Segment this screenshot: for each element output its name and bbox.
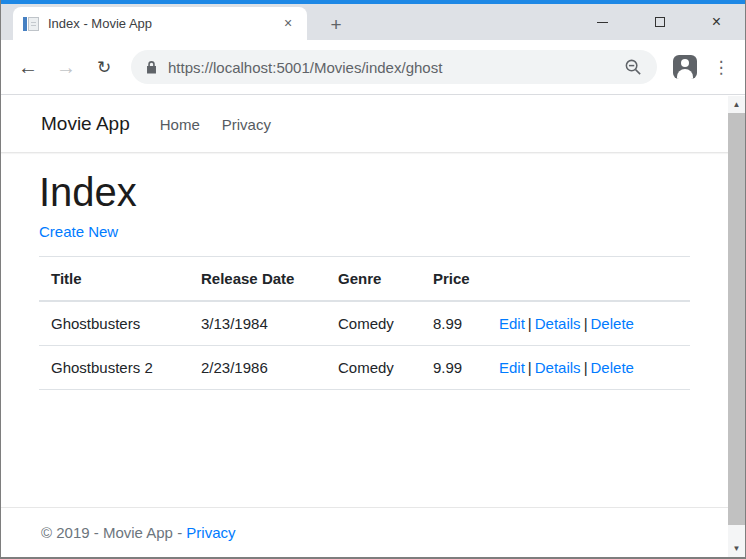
browser-window: Index - Movie App × + × ← → ↻ https://lo… [0,0,746,559]
cell-genre: Comedy [326,346,421,390]
table-header-row: Title Release Date Genre Price [39,257,690,302]
scrollbar-thumb[interactable] [728,113,745,525]
browser-toolbar: ← → ↻ https://localhost:5001/Movies/inde… [1,40,745,95]
edit-link[interactable]: Edit [499,315,525,332]
site-navbar: Movie App Home Privacy [1,96,728,153]
site-footer: © 2019 - Movie App - Privacy [1,507,728,557]
header-price: Price [421,257,487,302]
close-icon: × [712,14,721,30]
minimize-button[interactable] [574,4,631,40]
window-controls: × [574,4,745,40]
favicon-icon [23,16,40,32]
back-button[interactable]: ← [11,50,45,84]
header-genre: Genre [326,257,421,302]
cell-title: Ghostbusters [39,301,189,346]
cell-release-date: 2/23/1986 [189,346,326,390]
scroll-up-icon[interactable]: ▲ [728,96,745,113]
table-row: Ghostbusters 3/13/1984 Comedy 8.99 Edit|… [39,301,690,346]
page-viewport: Movie App Home Privacy Index Create New … [1,96,728,557]
details-link[interactable]: Details [535,315,581,332]
reload-button[interactable]: ↻ [87,50,121,84]
cell-actions: Edit|Details|Delete [487,346,690,390]
delete-link[interactable]: Delete [591,359,634,376]
action-separator: | [584,359,588,376]
cell-actions: Edit|Details|Delete [487,301,690,346]
cell-release-date: 3/13/1984 [189,301,326,346]
delete-link[interactable]: Delete [591,315,634,332]
scrollbar[interactable]: ▲ ▼ [728,96,745,557]
close-button[interactable]: × [688,4,745,40]
forward-button[interactable]: → [49,50,83,84]
browser-tab[interactable]: Index - Movie App × [13,7,307,40]
cell-price: 9.99 [421,346,487,390]
header-release-date: Release Date [189,257,326,302]
header-title: Title [39,257,189,302]
tab-strip: Index - Movie App × + × [1,4,745,40]
table-row: Ghostbusters 2 2/23/1986 Comedy 9.99 Edi… [39,346,690,390]
url-text[interactable]: https://localhost:5001/Movies/index/ghos… [168,59,614,76]
edit-link[interactable]: Edit [499,359,525,376]
tab-close-icon[interactable]: × [279,15,297,33]
zoom-indicator-icon[interactable] [624,58,643,77]
navbar-brand[interactable]: Movie App [41,113,130,135]
scroll-down-icon[interactable]: ▼ [728,540,745,557]
maximize-icon [655,17,665,27]
details-link[interactable]: Details [535,359,581,376]
nav-link-privacy[interactable]: Privacy [222,116,271,133]
minimize-icon [597,22,608,23]
secure-lock-icon [145,60,158,75]
page-title: Index [39,170,690,215]
action-separator: | [528,359,532,376]
profile-avatar-icon [673,55,697,79]
nav-link-home[interactable]: Home [160,116,200,133]
create-new-link[interactable]: Create New [39,223,118,240]
address-bar[interactable]: https://localhost:5001/Movies/index/ghos… [131,50,657,84]
cell-title: Ghostbusters 2 [39,346,189,390]
copyright-text: © 2019 - Movie App - [41,524,182,541]
action-separator: | [584,315,588,332]
footer-privacy-link[interactable]: Privacy [186,524,235,541]
movies-table: Title Release Date Genre Price Ghostbust… [39,256,690,390]
maximize-button[interactable] [631,4,688,40]
new-tab-button[interactable]: + [323,12,349,38]
cell-price: 8.99 [421,301,487,346]
main-content: Index Create New Title Release Date Genr… [1,153,728,507]
tab-title: Index - Movie App [48,16,271,31]
profile-avatar-button[interactable] [667,50,703,84]
cell-genre: Comedy [326,301,421,346]
header-actions [487,257,690,302]
action-separator: | [528,315,532,332]
browser-menu-button[interactable]: ⋮ [707,57,735,78]
